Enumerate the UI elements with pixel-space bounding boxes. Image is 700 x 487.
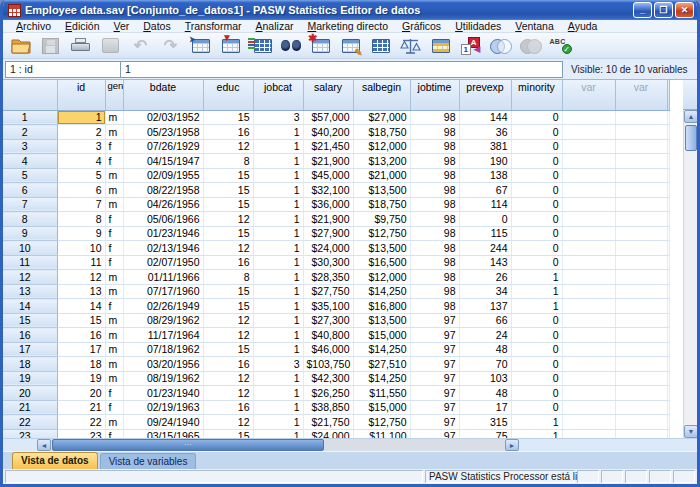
cell[interactable]: 12	[203, 212, 253, 227]
menu-marketing-directo[interactable]: Marketing directo	[300, 20, 395, 32]
weight-cases-button[interactable]	[399, 35, 422, 56]
row-number[interactable]: 14	[3, 299, 57, 314]
cell[interactable]: 98	[410, 284, 459, 299]
cell[interactable]: 08/19/1962	[123, 371, 203, 386]
row-number[interactable]: 8	[3, 212, 57, 227]
cell[interactable]: 0	[511, 212, 562, 227]
cell[interactable]: 75	[459, 429, 511, 438]
cell[interactable]: m	[105, 357, 123, 372]
cell[interactable]: 1	[253, 415, 303, 430]
cell[interactable]: 1	[253, 386, 303, 401]
column-header-var2[interactable]: var	[615, 80, 667, 110]
cell[interactable]: 1	[511, 284, 562, 299]
cell[interactable]	[615, 139, 667, 154]
cell[interactable]: 34	[459, 284, 511, 299]
cell[interactable]: 1	[253, 183, 303, 198]
cell[interactable]: 137	[459, 299, 511, 314]
cell[interactable]: 0	[511, 110, 562, 125]
cell[interactable]: 26	[459, 270, 511, 285]
cell[interactable]	[615, 386, 667, 401]
cell[interactable]	[562, 371, 615, 386]
cell[interactable]: 03/20/1956	[123, 357, 203, 372]
cell[interactable]: $46,000	[303, 342, 353, 357]
cell[interactable]	[562, 241, 615, 256]
scroll-right-icon[interactable]	[505, 439, 519, 451]
cell[interactable]: 24	[459, 328, 511, 343]
menu-utilidades[interactable]: Utilidades	[448, 20, 508, 32]
cell[interactable]: 16	[57, 328, 105, 343]
cell[interactable]: 1	[253, 212, 303, 227]
cell[interactable]: 04/26/1956	[123, 197, 203, 212]
cell[interactable]: f	[105, 429, 123, 438]
cell[interactable]	[615, 415, 667, 430]
scroll-left-icon[interactable]	[37, 439, 51, 451]
cell[interactable]: 0	[511, 328, 562, 343]
cell[interactable]: m	[105, 313, 123, 328]
cell[interactable]: 0	[459, 212, 511, 227]
row-number[interactable]: 23	[3, 429, 57, 438]
cell[interactable]: 97	[410, 429, 459, 438]
row-number[interactable]: 21	[3, 400, 57, 415]
cell[interactable]: 13	[57, 284, 105, 299]
cell[interactable]: 02/19/1963	[123, 400, 203, 415]
cell[interactable]: 1	[253, 270, 303, 285]
row-number[interactable]: 7	[3, 197, 57, 212]
cell[interactable]: 1	[253, 197, 303, 212]
cell[interactable]: $57,000	[303, 110, 353, 125]
cell[interactable]: 1	[253, 168, 303, 183]
cell[interactable]: $21,900	[303, 212, 353, 227]
cell[interactable]: $13,200	[353, 154, 410, 169]
scroll-down-icon[interactable]	[684, 425, 697, 438]
cell[interactable]: 0	[511, 241, 562, 256]
show-all-variables-button[interactable]	[519, 35, 542, 56]
cell[interactable]: 0	[511, 400, 562, 415]
column-header-minority[interactable]: minority	[511, 80, 562, 110]
cell[interactable]: 3	[253, 110, 303, 125]
cell[interactable]	[562, 110, 615, 125]
cell[interactable]: 12	[57, 270, 105, 285]
cell[interactable]: 21	[57, 400, 105, 415]
cell[interactable]: 0	[511, 168, 562, 183]
vertical-scrollbar[interactable]	[683, 110, 697, 438]
cell[interactable]	[615, 125, 667, 140]
variables-button[interactable]	[249, 35, 272, 56]
cell[interactable]: $27,750	[303, 284, 353, 299]
cell[interactable]: 15	[203, 299, 253, 314]
cell[interactable]	[615, 400, 667, 415]
cell[interactable]: 190	[459, 154, 511, 169]
column-header-jobtime[interactable]: jobtime	[410, 80, 459, 110]
cell[interactable]	[562, 299, 615, 314]
cell[interactable]: 8	[203, 154, 253, 169]
cell[interactable]: 244	[459, 241, 511, 256]
cell[interactable]: 15	[203, 168, 253, 183]
row-number[interactable]: 3	[3, 139, 57, 154]
cell[interactable]	[615, 226, 667, 241]
cell[interactable]: 98	[410, 255, 459, 270]
cell[interactable]: $27,000	[353, 110, 410, 125]
row-number[interactable]: 10	[3, 241, 57, 256]
cell[interactable]: 19	[57, 371, 105, 386]
redo-button[interactable]: ↷	[159, 35, 182, 56]
cell[interactable]: 97	[410, 415, 459, 430]
cell[interactable]: 98	[410, 197, 459, 212]
cell[interactable]: $14,250	[353, 284, 410, 299]
cell[interactable]: 1	[253, 154, 303, 169]
cell[interactable]: $21,000	[353, 168, 410, 183]
cell[interactable]: 0	[511, 255, 562, 270]
cell[interactable]: f	[105, 154, 123, 169]
cell[interactable]: $103,750	[303, 357, 353, 372]
cell[interactable]: $14,250	[353, 342, 410, 357]
cell[interactable]: 315	[459, 415, 511, 430]
menu-graficos[interactable]: Gráficos	[395, 20, 448, 32]
cell[interactable]: 0	[511, 125, 562, 140]
cell[interactable]: 12	[203, 328, 253, 343]
cell[interactable]: 0	[511, 386, 562, 401]
cell[interactable]: 97	[410, 371, 459, 386]
cell[interactable]: 48	[459, 342, 511, 357]
cell[interactable]: 11/17/1964	[123, 328, 203, 343]
cell[interactable]: 03/15/1965	[123, 429, 203, 438]
cell[interactable]: 02/03/1952	[123, 110, 203, 125]
cell[interactable]: 3	[57, 139, 105, 154]
cell[interactable]: 1	[511, 270, 562, 285]
cell[interactable]: m	[105, 197, 123, 212]
